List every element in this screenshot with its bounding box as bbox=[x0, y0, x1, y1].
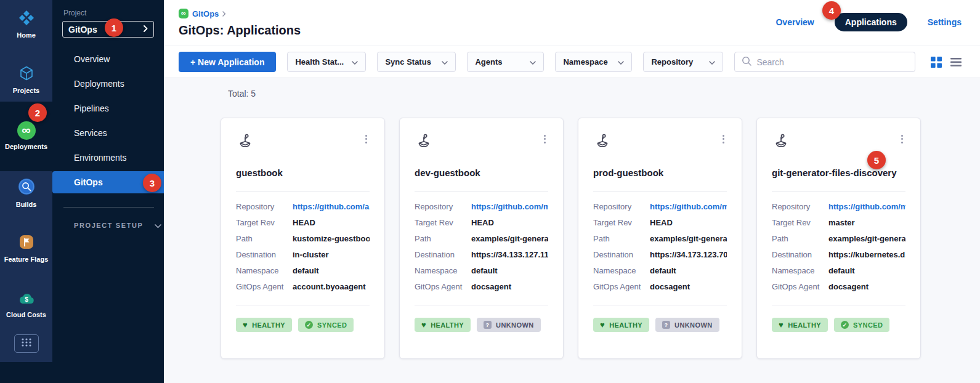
field-label: Path bbox=[593, 234, 650, 243]
chevron-down-icon bbox=[155, 220, 161, 231]
module-launcher-button[interactable] bbox=[14, 334, 39, 353]
svg-text:$: $ bbox=[25, 296, 28, 303]
health-status-badge: ♥HEALTHY bbox=[772, 318, 828, 332]
field-label: Destination bbox=[772, 250, 828, 259]
chevron-down-icon bbox=[530, 57, 536, 67]
check-icon: ✓ bbox=[305, 321, 313, 329]
field-value: kustomize-guestbook bbox=[293, 234, 370, 243]
repository-link[interactable]: https://github.com/m... bbox=[828, 202, 905, 211]
application-name[interactable]: prod-guestbook bbox=[593, 167, 727, 178]
annotation-4: 4 bbox=[822, 1, 841, 20]
content-area: Total: 5 guestbook Repositoryhttps://git… bbox=[164, 78, 980, 359]
sidebar-item-label: Home bbox=[17, 31, 36, 39]
divider bbox=[593, 191, 727, 192]
filter-namespace[interactable]: Namespace bbox=[555, 52, 632, 72]
sidebar-item-label: Builds bbox=[16, 201, 37, 209]
search-icon bbox=[742, 56, 751, 68]
application-icon bbox=[236, 132, 254, 153]
field-label: GitOps Agent bbox=[772, 282, 828, 291]
kebab-menu-icon[interactable] bbox=[899, 132, 905, 146]
chevron-down-icon bbox=[442, 57, 448, 67]
divider bbox=[236, 305, 370, 305]
sync-status-badge: ?UNKNOWN bbox=[477, 318, 540, 332]
project-setup-toggle[interactable]: PROJECT SETUP bbox=[74, 220, 164, 231]
filter-health-status[interactable]: Health Stat... bbox=[287, 52, 366, 72]
field-value: HEAD bbox=[471, 218, 548, 227]
project-name: GitOps bbox=[68, 25, 97, 34]
kebab-menu-icon[interactable] bbox=[541, 132, 548, 146]
repository-link[interactable]: https://github.com/a... bbox=[293, 202, 370, 211]
field-label: Path bbox=[772, 234, 828, 243]
cloud-costs-icon: $ bbox=[17, 291, 36, 308]
new-application-button[interactable]: + New Application bbox=[179, 52, 276, 72]
kebab-menu-icon[interactable] bbox=[720, 132, 727, 146]
sidebar-item-cloud-costs[interactable]: $ Cloud Costs bbox=[0, 291, 52, 319]
filter-sync-status[interactable]: Sync Status bbox=[377, 52, 456, 72]
sidebar-item-label: Feature Flags bbox=[4, 256, 49, 264]
application-card[interactable]: dev-guestbook Repositoryhttps://github.c… bbox=[399, 118, 564, 359]
sidebar-item-builds[interactable]: Builds bbox=[0, 178, 52, 209]
field-value: master bbox=[828, 218, 905, 227]
field-label: Repository bbox=[236, 202, 293, 211]
field-label: Destination bbox=[593, 250, 650, 259]
search-input[interactable] bbox=[756, 57, 908, 67]
field-value: examples/git-genera... bbox=[650, 234, 727, 243]
chevron-down-icon bbox=[618, 57, 624, 67]
nav-item-deployments[interactable]: Deployments bbox=[52, 71, 164, 96]
nav-item-environments[interactable]: Environments bbox=[52, 145, 164, 170]
tab-overview[interactable]: Overview bbox=[775, 17, 814, 27]
page-header: ∞ GitOps GitOps: Applications Overview A… bbox=[164, 0, 980, 46]
heart-icon: ♥ bbox=[243, 321, 248, 329]
sidebar-item-home[interactable]: Home bbox=[0, 10, 52, 39]
tab-applications[interactable]: Applications bbox=[835, 13, 907, 31]
field-label: GitOps Agent bbox=[593, 282, 650, 291]
application-name[interactable]: dev-guestbook bbox=[415, 167, 548, 178]
field-value: https://kubernetes.d... bbox=[828, 250, 905, 259]
nav-item-pipelines[interactable]: Pipelines bbox=[52, 96, 164, 121]
chevron-right-icon bbox=[144, 25, 148, 34]
grid-view-icon[interactable] bbox=[931, 57, 942, 68]
field-label: Repository bbox=[593, 202, 650, 211]
sync-status-badge: ✓SYNCED bbox=[298, 318, 354, 332]
field-label: Path bbox=[236, 234, 293, 243]
repository-link[interactable]: https://github.com/m... bbox=[650, 202, 727, 211]
list-view-icon[interactable] bbox=[950, 58, 962, 67]
search-box bbox=[734, 52, 915, 72]
sidebar-item-deployments[interactable]: ∞ Deployments bbox=[0, 121, 52, 151]
breadcrumb-link[interactable]: GitOps bbox=[192, 9, 219, 18]
field-value: docsagent bbox=[471, 282, 548, 291]
field-value: https://34.173.123.70 bbox=[650, 250, 727, 259]
view-toggles bbox=[931, 57, 962, 68]
field-value: HEAD bbox=[293, 218, 370, 227]
application-icon bbox=[415, 132, 433, 153]
application-card[interactable]: guestbook Repositoryhttps://github.com/a… bbox=[221, 118, 385, 359]
sidebar-item-feature-flags[interactable]: Feature Flags bbox=[0, 234, 52, 264]
project-setup-label: PROJECT SETUP bbox=[74, 222, 144, 229]
field-label: Destination bbox=[415, 250, 471, 259]
field-value: https://34.133.127.118 bbox=[471, 250, 548, 259]
home-icon bbox=[18, 10, 34, 28]
field-value: default bbox=[293, 266, 370, 275]
main-content: ∞ GitOps GitOps: Applications Overview A… bbox=[164, 0, 980, 383]
application-card[interactable]: prod-guestbook Repositoryhttps://github.… bbox=[578, 118, 742, 359]
field-label: Repository bbox=[415, 202, 471, 211]
field-label: Namespace bbox=[593, 266, 650, 275]
application-name[interactable]: git-generator-files-discovery bbox=[772, 167, 905, 178]
nav-item-overview[interactable]: Overview bbox=[52, 47, 164, 71]
divider bbox=[415, 305, 548, 305]
field-value: HEAD bbox=[650, 218, 727, 227]
divider bbox=[63, 207, 154, 208]
tab-settings[interactable]: Settings bbox=[928, 17, 962, 27]
application-name[interactable]: guestbook bbox=[236, 167, 370, 178]
field-value: default bbox=[650, 266, 727, 275]
toolbar: + New Application Health Stat... Sync St… bbox=[164, 46, 980, 78]
repository-link[interactable]: https://github.com/m... bbox=[471, 202, 548, 211]
nav-item-services[interactable]: Services bbox=[52, 121, 164, 145]
application-card[interactable]: git-generator-files-discovery Repository… bbox=[756, 118, 921, 359]
filter-agents[interactable]: Agents bbox=[467, 52, 544, 72]
filter-repository[interactable]: Repository bbox=[643, 52, 723, 72]
kebab-menu-icon[interactable] bbox=[363, 132, 370, 146]
field-label: Namespace bbox=[415, 266, 471, 275]
sidebar-item-projects[interactable]: Projects bbox=[0, 65, 52, 95]
question-icon: ? bbox=[484, 321, 492, 329]
